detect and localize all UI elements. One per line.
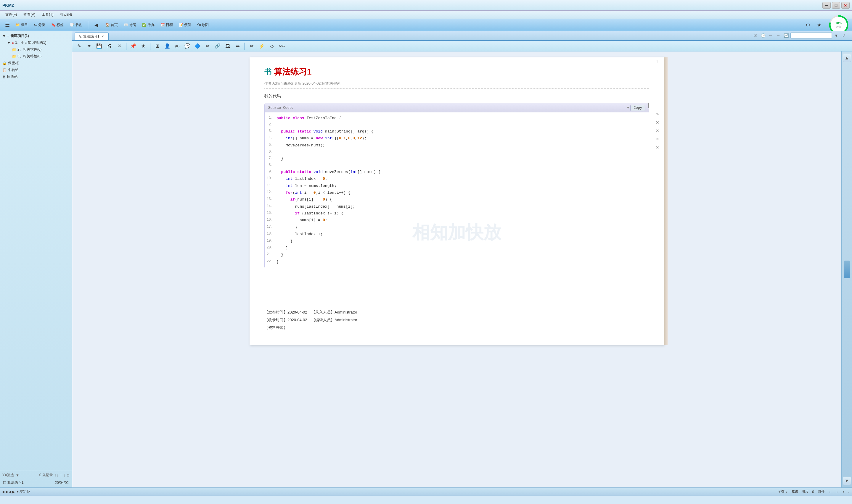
tree-item-features[interactable]: 📁 3、相关特性(0) (1, 53, 70, 60)
doc-k-btn[interactable]: (K) (173, 42, 182, 51)
nav-right-icon[interactable]: → (835, 490, 839, 494)
footer-collect-time: 【收录时间】2020-04-02 (264, 318, 307, 322)
nav-left-icon[interactable]: ← (828, 490, 832, 494)
nav-down-icon[interactable]: ↓ (848, 490, 850, 494)
doc-delete-btn[interactable]: ✕ (115, 42, 124, 51)
copy-button[interactable]: Copy (630, 105, 645, 111)
doc-comment-btn[interactable]: 💬 (183, 42, 192, 51)
doc-arrow-btn[interactable]: ➡ (233, 42, 242, 51)
doc-diamond-btn[interactable]: ◇ (267, 42, 276, 51)
code-line-1: 1. public class TestZeroToEnd { (265, 115, 649, 122)
nav-icon-1[interactable]: ① (752, 32, 759, 39)
category-button[interactable]: 🏷 分类 (31, 21, 48, 29)
code-body: 1. public class TestZeroToEnd { 2. (265, 112, 649, 268)
scroll-up-button[interactable]: ▲ (843, 54, 851, 62)
sort-icon-2[interactable]: ↑ (60, 473, 62, 478)
pending-read-icon: 📖 (124, 23, 128, 27)
nav-refresh-button[interactable]: 🔄 (783, 32, 789, 39)
tab-close-button[interactable]: ✕ (101, 35, 105, 39)
scroll-down-button[interactable]: ▼ (843, 477, 851, 485)
line-num-10: 10. (265, 175, 277, 182)
nav-dropdown-icon[interactable]: ▼ (833, 32, 839, 39)
minimize-button[interactable]: ─ (822, 2, 831, 8)
tree-item-root[interactable]: ▼ − 新建项目(1) (1, 33, 70, 39)
tab-label: 算法练习1 (83, 34, 100, 39)
star-button[interactable]: ★ (815, 20, 823, 29)
edit-icon-x1[interactable]: ✕ (654, 119, 661, 126)
expand-panel-icon[interactable]: □ (67, 473, 69, 478)
doc-save-btn[interactable]: 💾 (95, 42, 104, 51)
record-item-0[interactable]: ☐ 算法练习1 20/04/02 (1, 479, 70, 486)
nav-up-icon[interactable]: ↑ (842, 490, 844, 494)
doc-user-btn[interactable]: 👤 (163, 42, 172, 51)
code-line-8: 8. (265, 162, 649, 168)
edit-icon-x4[interactable]: ✕ (654, 144, 661, 151)
close-button[interactable]: ✕ (841, 2, 850, 8)
doc-abc-btn[interactable]: ABC (277, 42, 286, 51)
tree-item-vault[interactable]: 🔒 保密柜 (1, 60, 70, 67)
tab-algorithm[interactable]: ✎ 算法练习1 ✕ (75, 33, 109, 40)
doc-star-btn[interactable]: ★ (139, 42, 148, 51)
footer-publish: 【发布时间】2020-04-02 【录入人员】Administrator (264, 308, 649, 316)
edit-icon-x3[interactable]: ✕ (654, 136, 661, 143)
menu-tools[interactable]: 工具(T) (39, 12, 56, 18)
note-button[interactable]: 📝 便笺 (176, 21, 194, 29)
doc-draw-btn[interactable]: ✏ (203, 42, 212, 51)
tree-item-software[interactable]: 📁 2、相关软件(0) (1, 46, 70, 53)
line-num-9: 9. (265, 168, 277, 175)
code-header: Source Code: ▼ Copy (265, 104, 649, 112)
doc-grid-btn[interactable]: ⊞ (153, 42, 162, 51)
sort-icon-1[interactable]: ↑↓ (55, 473, 58, 478)
sort-icon-3[interactable]: ↓ (64, 473, 66, 478)
tree-item-trash[interactable]: 🗑 回收站 (1, 73, 70, 80)
doc-link-btn[interactable]: 🔗 (213, 42, 222, 51)
maximize-button[interactable]: □ (832, 2, 840, 8)
doc-divider-2 (150, 42, 151, 50)
transfer-icon: 📋 (2, 68, 7, 72)
progress-label: 78% (835, 21, 842, 25)
menu-file[interactable]: 文件(F) (2, 12, 20, 18)
doc-edit-btn[interactable]: ✎ (75, 42, 84, 51)
line-num-20: 20. (265, 245, 277, 251)
settings-button[interactable]: ⚙ (803, 20, 812, 29)
code-filter-icon: ▼ (627, 106, 629, 110)
todo-button[interactable]: ✅ 待办 (140, 21, 157, 29)
doc-shape-btn[interactable]: 🔷 (193, 42, 202, 51)
line-code-14: nums[lastIndex] = nums[i]; (277, 203, 649, 210)
collapse-button[interactable]: ◀ (92, 20, 101, 29)
pending-read-label: 待阅 (129, 22, 136, 28)
nav-icon-clock[interactable]: 🕐 (760, 32, 766, 39)
scroll-thumb[interactable] (844, 260, 850, 278)
schedule-button[interactable]: 📅 日程 (158, 21, 175, 29)
nav-forward-button[interactable]: → (775, 32, 782, 39)
nav-expand-icon[interactable]: ⤢ (841, 32, 847, 39)
tag-button[interactable]: 🔖 标签 (49, 21, 66, 29)
home-button[interactable]: 🏠 首页 (103, 21, 120, 29)
doc-print-btn[interactable]: 🖨 (105, 42, 114, 51)
search-input[interactable] (790, 32, 832, 39)
mindmap-button[interactable]: 🗺 导图 (195, 21, 211, 29)
bookmark-button[interactable]: 📑 书签 (67, 21, 84, 29)
nav-back-button[interactable]: ← (767, 32, 774, 39)
project-button[interactable]: 📂 项目 (13, 21, 30, 29)
torn-edge (664, 57, 667, 345)
bookmark-icon: 📑 (70, 23, 74, 27)
code-line-22: 22. } (265, 258, 649, 265)
tree-item-knowledge[interactable]: ▼ ● 1、个人知识管理(1) (1, 39, 70, 46)
doc-lightning-btn[interactable]: ⚡ (257, 42, 266, 51)
menu-help[interactable]: 帮助(H) (57, 12, 75, 18)
knowledge-icon: ● (12, 41, 14, 45)
edit-icon-1[interactable]: ✎ (654, 111, 661, 118)
doc-sign-btn[interactable]: ✏ (247, 42, 256, 51)
scroll-track[interactable] (844, 62, 850, 477)
menu-view[interactable]: 查看(V) (20, 12, 38, 18)
pending-read-button[interactable]: 📖 待阅 (121, 21, 139, 29)
menu-toggle-button[interactable]: ☰ (3, 20, 12, 29)
edit-icon-x2[interactable]: ✕ (654, 127, 661, 134)
record-checkbox[interactable]: ☐ (3, 481, 6, 485)
doc-pin-btn[interactable]: 📌 (129, 42, 138, 51)
doc-pen-btn[interactable]: ✒ (85, 42, 93, 51)
doc-image-btn[interactable]: 🖼 (223, 42, 232, 51)
filter-bar: Y=筛选 ▼ 0 条记录 ↑↓ ↑ ↓ □ (1, 471, 70, 479)
tree-item-transfer[interactable]: 📋 中转站 (1, 67, 70, 73)
